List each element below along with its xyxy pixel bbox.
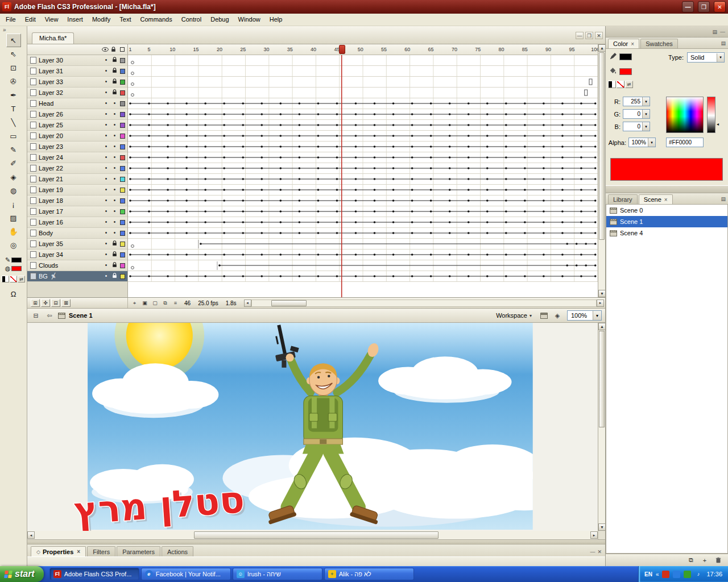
layer-row-layer-20[interactable]: Layer 20•• [27, 131, 127, 142]
menu-view[interactable]: View [40, 14, 63, 26]
layer-outline-swatch[interactable] [120, 198, 125, 203]
edit-symbols-button[interactable]: ◈ [552, 311, 562, 320]
scene-item-scene-1[interactable]: Scene 1 [606, 216, 727, 227]
subselection-tool[interactable]: ⇖ [6, 47, 21, 61]
eyedropper-tool[interactable]: ¡ [6, 197, 21, 211]
close-icon[interactable]: × [664, 197, 668, 203]
layer-lock-toggle[interactable] [110, 57, 119, 64]
layer-row-layer-33[interactable]: Layer 33• [27, 77, 127, 88]
slider-arrow-icon[interactable]: ◂ [717, 122, 719, 127]
chevron-down-icon[interactable]: ▾ [717, 53, 724, 62]
layer-visibility-toggle[interactable]: • [102, 155, 110, 160]
close-button[interactable]: ✕ [714, 1, 726, 13]
layer-lock-toggle[interactable]: • [110, 111, 119, 117]
timeline-frames[interactable]: 1510152025303540455055606570758085909510… [128, 44, 598, 297]
security-shield-icon[interactable] [684, 571, 691, 578]
no-color-button[interactable] [617, 81, 624, 88]
taskbar-task-chat[interactable]: ☺Irush - שיחה [233, 568, 322, 580]
layer-visibility-toggle[interactable]: • [102, 219, 110, 225]
layer-outline-swatch[interactable] [120, 166, 125, 171]
close-icon[interactable]: × [631, 41, 634, 47]
layer-lock-toggle[interactable]: • [110, 198, 119, 203]
layer-row-layer-17[interactable]: Layer 17•• [27, 206, 127, 217]
menu-file[interactable]: File [1, 14, 20, 26]
layer-outline-swatch[interactable] [120, 188, 125, 193]
messenger-tray-icon[interactable] [673, 571, 680, 578]
menu-text[interactable]: Text [115, 14, 135, 26]
scrollbar-thumb[interactable] [271, 300, 307, 306]
layer-outline-swatch[interactable] [120, 101, 125, 106]
layer-row-layer-35[interactable]: Layer 35• [27, 239, 127, 250]
swap-colors-button[interactable]: ⇄ [625, 81, 633, 88]
collapse-icon[interactable]: — [590, 549, 595, 555]
scroll-left-arrow[interactable]: ◂ [27, 531, 35, 539]
stage-vscrollbar[interactable]: ▲ ▼ [598, 323, 605, 531]
paint-bucket-tool[interactable]: ◍ [6, 184, 21, 197]
panel-menu-icon[interactable]: ▤ [712, 29, 717, 35]
tab-actions[interactable]: Actions [162, 546, 193, 556]
layer-outline-swatch[interactable] [120, 144, 125, 149]
panel-group-bar[interactable]: ▤ — [606, 26, 728, 38]
document-tab[interactable]: Micha.fla* [32, 32, 74, 44]
menu-commands[interactable]: Commands [135, 14, 176, 26]
tab-color[interactable]: Color× [608, 39, 639, 48]
scroll-right-arrow[interactable]: ▸ [590, 531, 598, 539]
workspace-button[interactable]: Workspace▾ [492, 310, 536, 321]
layer-outline-swatch[interactable] [120, 209, 125, 214]
layer-lock-toggle[interactable]: • [110, 122, 119, 128]
outline-all-layers-icon[interactable] [118, 47, 127, 52]
hand-tool[interactable]: ✋ [6, 225, 21, 238]
menu-insert[interactable]: Insert [63, 14, 88, 26]
layer-row-layer-16[interactable]: Layer 16•• [27, 217, 127, 228]
layer-visibility-toggle[interactable]: • [102, 90, 110, 95]
layer-outline-swatch[interactable] [120, 112, 125, 117]
tab-library[interactable]: Library [608, 194, 638, 204]
close-icon[interactable]: ✕ [597, 549, 602, 555]
tab-filters[interactable]: Filters [87, 546, 115, 556]
menu-modify[interactable]: Modify [88, 14, 115, 26]
scene-item-scene-0[interactable]: Scene 0 [606, 205, 727, 216]
toolbar-stroke-swatch[interactable] [11, 257, 22, 263]
layer-lock-toggle[interactable] [110, 240, 119, 247]
layer-row-body[interactable]: Body•• [27, 228, 127, 239]
tab-properties[interactable]: ◇Properties× [31, 546, 86, 556]
layer-row-layer-22[interactable]: Layer 22•• [27, 163, 127, 174]
line-tool[interactable]: ╲ [6, 115, 21, 129]
free-transform-tool[interactable]: ⊡ [6, 61, 21, 74]
frames-grid[interactable] [128, 55, 598, 297]
brush-tool[interactable]: ✐ [6, 156, 21, 170]
center-frame-button[interactable]: ⌖ [130, 299, 139, 307]
language-indicator[interactable]: EN [644, 571, 652, 577]
onion-skin-outlines-button[interactable]: ▢ [151, 299, 159, 307]
layer-visibility-toggle[interactable]: • [102, 209, 110, 214]
panel-menu-icon[interactable]: ▤ [721, 40, 726, 48]
layer-lock-toggle[interactable]: • [110, 165, 119, 171]
zoom-control[interactable]: 100%▾ [567, 310, 602, 321]
layer-visibility-toggle[interactable]: • [102, 79, 110, 85]
layer-row-layer-21[interactable]: Layer 21•• [27, 174, 127, 185]
layer-outline-swatch[interactable] [120, 231, 125, 236]
timeline-ruler[interactable]: 1510152025303540455055606570758085909510… [128, 44, 598, 55]
default-colors-button[interactable] [2, 276, 9, 282]
layer-lock-toggle[interactable]: • [110, 155, 119, 160]
show-hide-all-layers-icon[interactable] [101, 47, 109, 52]
layer-row-layer-18[interactable]: Layer 18•• [27, 196, 127, 206]
no-color-button[interactable] [10, 276, 17, 282]
tab-parameters[interactable]: Parameters [117, 546, 160, 556]
layer-lock-toggle[interactable]: • [110, 187, 119, 193]
toolbar-fill-swatch[interactable] [11, 266, 22, 271]
tray-chevron-icon[interactable]: « [656, 571, 659, 577]
insert-layer-button[interactable]: ⊞ [31, 299, 40, 307]
green-input[interactable]: 0▾ [623, 109, 650, 119]
layer-lock-toggle[interactable] [110, 68, 119, 74]
menu-help[interactable]: Help [265, 14, 287, 26]
layer-outline-swatch[interactable] [120, 90, 125, 95]
ink-bottle-tool[interactable]: ◈ [6, 170, 21, 184]
layer-row-layer-30[interactable]: Layer 30• [27, 55, 127, 66]
layer-lock-toggle[interactable]: • [110, 209, 119, 214]
start-button[interactable]: start [0, 566, 44, 582]
pencil-tool[interactable]: ✎ [6, 143, 21, 156]
pen-tool[interactable]: ✒ [6, 88, 21, 102]
layer-outline-swatch[interactable] [120, 220, 125, 225]
layer-visibility-toggle[interactable]: • [102, 144, 110, 149]
